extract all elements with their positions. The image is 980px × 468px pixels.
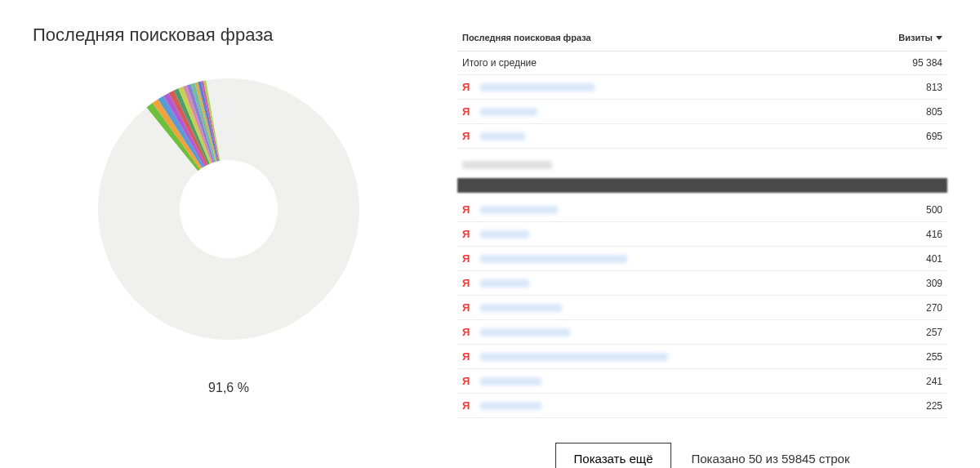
- yandex-icon: Я: [462, 301, 474, 314]
- show-more-button[interactable]: Показать ещё: [555, 443, 672, 468]
- phrase-text-redacted: [480, 108, 537, 116]
- phrase-text-redacted: [480, 206, 558, 214]
- summary-label: Итого и средние: [462, 57, 537, 69]
- table-row[interactable]: Я695: [457, 124, 947, 149]
- phrase-text-redacted: [480, 353, 668, 361]
- table-row[interactable]: Я241: [457, 369, 947, 394]
- yandex-icon: Я: [462, 277, 474, 289]
- yandex-icon: Я: [462, 130, 474, 142]
- yandex-icon: Я: [462, 81, 474, 93]
- row-value: 255: [926, 351, 942, 363]
- row-value: 270: [926, 302, 942, 314]
- row-value: 241: [926, 376, 942, 387]
- yandex-icon: Я: [462, 399, 474, 412]
- summary-row: Итого и средние 95 384: [457, 51, 947, 75]
- row-value: 401: [926, 253, 942, 265]
- table-row[interactable]: Я416: [457, 222, 947, 247]
- table-row[interactable]: Я805: [457, 100, 947, 124]
- row-value: 500: [926, 204, 942, 216]
- yandex-icon: Я: [462, 326, 474, 338]
- table-row[interactable]: Я309: [457, 271, 947, 296]
- row-value: 813: [926, 82, 942, 93]
- phrase-text-redacted: [480, 402, 541, 410]
- phrase-text-redacted: [480, 328, 570, 337]
- yandex-icon: Я: [462, 375, 474, 387]
- row-value: 257: [926, 327, 942, 338]
- sort-desc-icon: [936, 36, 942, 40]
- phrase-text-redacted: [480, 83, 595, 91]
- yandex-icon: Я: [462, 105, 474, 118]
- redacted-bar: [457, 178, 947, 193]
- th-visits[interactable]: Визиты: [898, 33, 942, 42]
- phrase-text-redacted: [480, 230, 529, 238]
- donut-main-label: 91,6 %: [33, 381, 425, 395]
- yandex-icon: Я: [462, 252, 474, 265]
- shown-count: Показано 50 из 59845 строк: [691, 452, 849, 466]
- table-row[interactable]: Я257: [457, 320, 947, 345]
- donut-chart: [90, 70, 368, 348]
- summary-value: 95 384: [912, 57, 942, 69]
- yandex-icon: Я: [462, 350, 474, 363]
- phrase-text-redacted: [480, 132, 525, 140]
- donut-slice[interactable]: [98, 78, 359, 340]
- group-header-row: [457, 155, 947, 175]
- table-header: Последняя поисковая фраза Визиты: [457, 25, 947, 51]
- yandex-icon: Я: [462, 228, 474, 240]
- table-row[interactable]: Я500: [457, 198, 947, 222]
- row-value: 309: [926, 278, 942, 289]
- row-value: 695: [926, 131, 942, 142]
- phrase-text-redacted: [480, 279, 529, 287]
- row-value: 225: [926, 400, 942, 412]
- th-phrase: Последняя поисковая фраза: [462, 33, 591, 42]
- row-value: 805: [926, 106, 942, 118]
- page-title: Последняя поисковая фраза: [33, 25, 425, 46]
- table-row[interactable]: Я255: [457, 345, 947, 369]
- th-visits-label: Визиты: [898, 33, 933, 42]
- phrase-text-redacted: [480, 377, 541, 386]
- phrase-text-redacted: [480, 304, 562, 312]
- yandex-icon: Я: [462, 203, 474, 216]
- phrase-text-redacted: [480, 255, 627, 263]
- table-row[interactable]: Я225: [457, 394, 947, 418]
- table-row[interactable]: Я270: [457, 296, 947, 320]
- row-value: 416: [926, 229, 942, 240]
- table-row[interactable]: Я401: [457, 247, 947, 271]
- table-row[interactable]: Я813: [457, 75, 947, 100]
